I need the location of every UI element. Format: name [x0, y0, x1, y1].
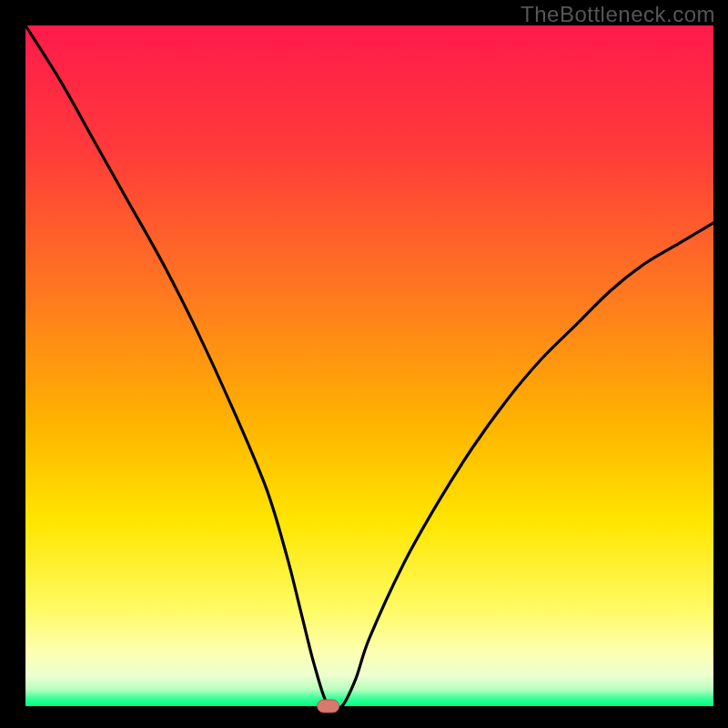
bottleneck-chart	[0, 0, 728, 728]
optimum-marker	[318, 700, 339, 713]
plot-background	[25, 25, 713, 706]
chart-frame: { "watermark": "TheBottleneck.com", "col…	[0, 0, 728, 728]
watermark-text: TheBottleneck.com	[521, 2, 715, 27]
